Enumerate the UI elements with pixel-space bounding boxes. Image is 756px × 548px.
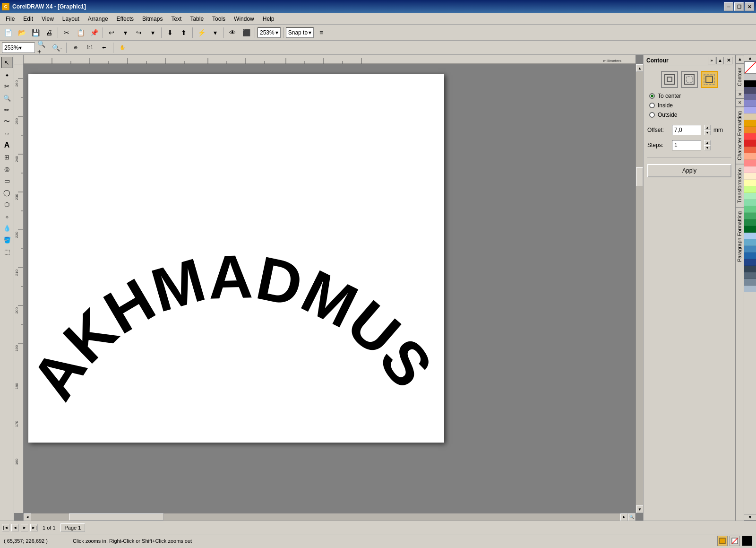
color-swatch-skyblue[interactable] [744,233,756,239]
color-swatch-lightblue[interactable] [744,107,756,113]
panel-close-button[interactable]: ✕ [725,57,732,64]
menu-view[interactable]: View [38,15,58,23]
shape-tool[interactable]: ⬥ [1,69,13,80]
color-swatch-coral[interactable] [744,147,756,153]
fill-tool[interactable]: 🪣 [1,234,13,245]
color-swatch-powder[interactable] [744,286,756,292]
color-swatch-mint[interactable] [744,200,756,206]
offset-input[interactable]: 7,0 [672,125,701,135]
scroll-right-button[interactable]: ► [620,513,628,521]
zoom-to-fit[interactable]: ⊕ [69,42,82,54]
color-swatch-white[interactable] [744,74,756,80]
color-swatch-royalblue[interactable] [744,252,756,259]
export-button[interactable]: ⬆ [178,26,190,39]
zoom-out-button[interactable]: 🔍- [51,42,63,54]
contour-outside-button[interactable] [701,71,718,88]
menu-help[interactable]: Help [259,15,278,23]
contour-inside-button[interactable] [681,71,698,88]
snap-combo[interactable]: Snap to ▾ [286,27,314,38]
side-panel-x2[interactable]: ✕ [736,98,744,107]
radio-inside[interactable]: Inside [649,102,731,109]
save-button[interactable]: 💾 [29,26,42,39]
color-swatch-lightred[interactable] [744,160,756,166]
color-swatch-darknavy[interactable] [744,266,756,272]
undo-button[interactable]: ↩ [105,26,118,39]
minimize-button[interactable]: ─ [724,2,733,11]
interactive-fill-tool[interactable]: ◎ [1,163,13,174]
steps-increment[interactable]: ▲ [704,140,711,145]
offset-increment[interactable]: ▲ [704,125,711,130]
rectangle-tool[interactable]: ▭ [1,175,13,186]
menu-edit[interactable]: Edit [19,15,37,23]
palette-scroll-up[interactable]: ▲ [744,55,756,61]
side-tab-char-format[interactable]: Character Formatting [736,107,744,164]
color-none[interactable] [744,61,756,74]
connector-tool[interactable]: ⬦ [1,210,13,222]
view-mode[interactable]: 👁 [226,26,239,39]
color-swatch-cornflower[interactable] [744,239,756,246]
zoom-100[interactable]: 1:1 [84,42,96,54]
color-swatch-steelblue[interactable] [744,246,756,252]
scroll-thumb-h[interactable] [69,513,163,521]
panel-up-button[interactable]: ▲ [716,57,724,64]
color-swatch-orange[interactable] [744,120,756,127]
fill-color-icon[interactable] [717,536,728,546]
color-swatch-darkorange[interactable] [744,127,756,133]
radio-to-center[interactable]: To center [649,93,731,99]
palette-scroll-down[interactable]: ▼ [744,514,756,521]
title-bar-controls[interactable]: ─ ❐ ✕ [724,2,754,11]
copy-button[interactable]: 📋 [74,26,86,39]
eyedropper-tool[interactable]: 💧 [1,222,13,234]
zoom-tool[interactable]: 🔍 [1,92,13,104]
steps-decrement[interactable]: ▼ [704,145,711,150]
page-last-button[interactable]: ►| [30,524,38,531]
snap-dropdown-icon[interactable]: ▾ [309,29,311,36]
side-panel-close[interactable]: ✕ [736,90,744,98]
menu-table[interactable]: Table [186,15,207,23]
redo-button[interactable]: ↪ [133,26,145,39]
zoom-field-dropdown[interactable]: ▾ [19,44,22,51]
no-color-icon[interactable] [730,536,740,546]
color-swatch-navy[interactable] [744,259,756,266]
redo-dropdown[interactable]: ▾ [146,26,159,39]
full-screen[interactable]: ⬛ [240,26,252,39]
radio-to-center-indicator[interactable] [649,93,655,99]
menu-text[interactable]: Text [167,15,185,23]
color-swatch-darkred[interactable] [744,140,756,147]
color-swatch-yellow[interactable] [744,180,756,186]
print-button[interactable]: 🖨 [43,26,55,39]
color-swatch-slate[interactable] [744,272,756,279]
app-launcher-dropdown[interactable]: ▾ [209,26,221,39]
zoom-combo[interactable]: 253% ▾ [258,27,281,38]
menu-layout[interactable]: Layout [59,15,83,23]
smart-draw-tool[interactable]: 〜 [1,116,13,127]
color-swatch-black[interactable] [744,80,756,87]
zoom-in-button[interactable]: 🔍+ [37,42,49,54]
color-swatch-medblue[interactable] [744,100,756,107]
radio-outside-indicator[interactable] [649,112,655,118]
color-swatch-lightyellow[interactable] [744,173,756,180]
radio-inside-indicator[interactable] [649,103,655,108]
apply-button[interactable]: Apply [647,164,731,177]
menu-tools[interactable]: Tools [208,15,229,23]
restore-button[interactable]: ❐ [734,2,744,11]
side-tab-transformation[interactable]: Transformation [736,164,744,207]
text-tool[interactable]: A [1,139,13,151]
new-button[interactable]: 📄 [2,26,14,39]
snap-settings[interactable]: ≡ [315,26,327,39]
outline-color-icon[interactable] [742,536,752,546]
page-tab[interactable]: Page 1 [60,523,86,532]
contour-to-center-button[interactable] [661,71,678,88]
select-tool[interactable]: ↖ [1,57,13,68]
color-swatch-green[interactable] [744,206,756,213]
undo-dropdown[interactable]: ▾ [119,26,131,39]
application-launcher[interactable]: ⚡ [195,26,207,39]
menu-arrange[interactable]: Arrange [84,15,112,23]
close-button[interactable]: ✕ [745,2,754,11]
ellipse-tool[interactable]: ◯ [1,187,13,198]
panel-scroll-up[interactable]: ▲ [736,55,744,63]
side-tab-contour[interactable]: Contour [736,63,744,90]
color-swatch-verydarkgreen[interactable] [744,226,756,233]
page-first-button[interactable]: |◄ [2,524,9,531]
page-next-button[interactable]: ► [21,524,28,531]
